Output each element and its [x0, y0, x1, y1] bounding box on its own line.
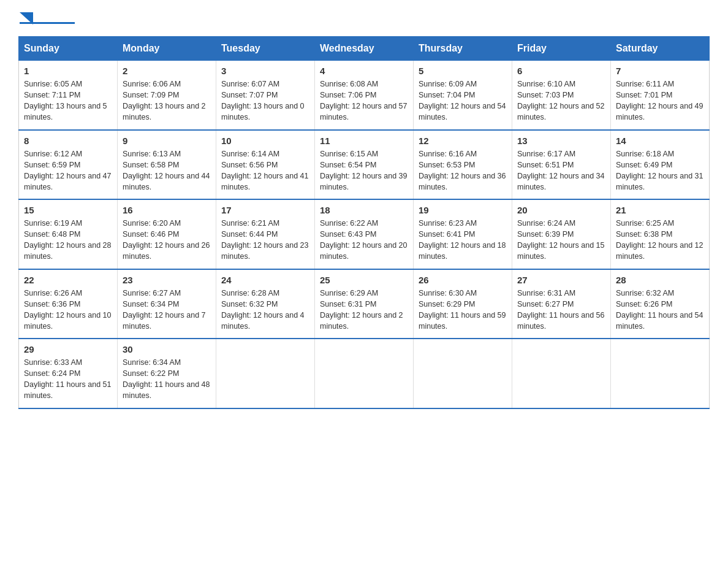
day-number: 1	[24, 66, 112, 76]
weekday-header-thursday: Thursday	[414, 37, 512, 61]
day-info: Sunrise: 6:27 AMSunset: 6:34 PMDaylight:…	[123, 288, 211, 332]
calendar-cell: 11Sunrise: 6:15 AMSunset: 6:54 PMDayligh…	[315, 130, 414, 200]
day-number: 23	[123, 275, 211, 285]
day-number: 9	[123, 136, 211, 146]
day-info: Sunrise: 6:29 AMSunset: 6:31 PMDaylight:…	[320, 288, 408, 332]
calendar-cell: 22Sunrise: 6:26 AMSunset: 6:36 PMDayligh…	[19, 269, 118, 339]
day-number: 2	[123, 66, 211, 76]
day-info: Sunrise: 6:20 AMSunset: 6:46 PMDaylight:…	[123, 218, 211, 262]
day-number: 21	[616, 205, 704, 215]
calendar-week-3: 15Sunrise: 6:19 AMSunset: 6:48 PMDayligh…	[19, 199, 710, 269]
calendar-table: SundayMondayTuesdayWednesdayThursdayFrid…	[18, 36, 710, 409]
calendar-cell: 29Sunrise: 6:33 AMSunset: 6:24 PMDayligh…	[19, 339, 118, 408]
weekday-header-monday: Monday	[118, 37, 216, 61]
calendar-cell: 24Sunrise: 6:28 AMSunset: 6:32 PMDayligh…	[216, 269, 315, 339]
day-info: Sunrise: 6:08 AMSunset: 7:06 PMDaylight:…	[320, 79, 408, 123]
day-info: Sunrise: 6:14 AMSunset: 6:56 PMDaylight:…	[221, 148, 309, 193]
day-number: 4	[320, 66, 408, 76]
day-number: 28	[616, 275, 704, 285]
calendar-cell: 12Sunrise: 6:16 AMSunset: 6:53 PMDayligh…	[414, 130, 512, 200]
day-info: Sunrise: 6:09 AMSunset: 7:04 PMDaylight:…	[419, 79, 507, 123]
calendar-cell: 13Sunrise: 6:17 AMSunset: 6:51 PMDayligh…	[512, 130, 611, 200]
day-number: 3	[221, 66, 309, 76]
day-info: Sunrise: 6:24 AMSunset: 6:39 PMDaylight:…	[517, 218, 605, 262]
day-number: 26	[419, 275, 507, 285]
calendar-cell: 4Sunrise: 6:08 AMSunset: 7:06 PMDaylight…	[315, 61, 414, 130]
day-number: 5	[419, 66, 507, 76]
weekday-header-row: SundayMondayTuesdayWednesdayThursdayFrid…	[19, 37, 710, 61]
day-number: 14	[616, 136, 704, 146]
calendar-week-1: 1Sunrise: 6:05 AMSunset: 7:11 PMDaylight…	[19, 61, 710, 130]
day-info: Sunrise: 6:21 AMSunset: 6:44 PMDaylight:…	[221, 218, 309, 262]
day-info: Sunrise: 6:17 AMSunset: 6:51 PMDaylight:…	[517, 148, 605, 193]
day-info: Sunrise: 6:19 AMSunset: 6:48 PMDaylight:…	[24, 218, 112, 262]
day-info: Sunrise: 6:07 AMSunset: 7:07 PMDaylight:…	[221, 79, 309, 123]
calendar-cell	[216, 339, 315, 408]
weekday-header-wednesday: Wednesday	[315, 37, 414, 61]
day-info: Sunrise: 6:22 AMSunset: 6:43 PMDaylight:…	[320, 218, 408, 262]
day-number: 8	[24, 136, 112, 146]
day-number: 19	[419, 205, 507, 215]
day-number: 17	[221, 205, 309, 215]
day-number: 16	[123, 205, 211, 215]
day-info: Sunrise: 6:26 AMSunset: 6:36 PMDaylight:…	[24, 288, 112, 332]
calendar-cell	[611, 339, 710, 408]
day-number: 24	[221, 275, 309, 285]
calendar-week-2: 8Sunrise: 6:12 AMSunset: 6:59 PMDaylight…	[19, 130, 710, 200]
calendar-cell: 16Sunrise: 6:20 AMSunset: 6:46 PMDayligh…	[118, 199, 216, 269]
day-number: 22	[24, 275, 112, 285]
day-info: Sunrise: 6:33 AMSunset: 6:24 PMDaylight:…	[24, 357, 112, 402]
day-number: 10	[221, 136, 309, 146]
day-info: Sunrise: 6:25 AMSunset: 6:38 PMDaylight:…	[616, 218, 704, 262]
page-header	[18, 12, 710, 24]
calendar-cell: 18Sunrise: 6:22 AMSunset: 6:43 PMDayligh…	[315, 199, 414, 269]
day-number: 7	[616, 66, 704, 76]
day-info: Sunrise: 6:12 AMSunset: 6:59 PMDaylight:…	[24, 148, 112, 193]
calendar-cell: 10Sunrise: 6:14 AMSunset: 6:56 PMDayligh…	[216, 130, 315, 200]
calendar-cell: 6Sunrise: 6:10 AMSunset: 7:03 PMDaylight…	[512, 61, 611, 130]
weekday-header-friday: Friday	[512, 37, 611, 61]
day-info: Sunrise: 6:34 AMSunset: 6:22 PMDaylight:…	[123, 357, 211, 402]
day-number: 30	[123, 344, 211, 354]
calendar-cell: 1Sunrise: 6:05 AMSunset: 7:11 PMDaylight…	[19, 61, 118, 130]
calendar-cell: 2Sunrise: 6:06 AMSunset: 7:09 PMDaylight…	[118, 61, 216, 130]
calendar-cell	[512, 339, 611, 408]
day-number: 15	[24, 205, 112, 215]
day-info: Sunrise: 6:10 AMSunset: 7:03 PMDaylight:…	[517, 79, 605, 123]
weekday-header-sunday: Sunday	[19, 37, 118, 61]
calendar-cell: 27Sunrise: 6:31 AMSunset: 6:27 PMDayligh…	[512, 269, 611, 339]
weekday-header-saturday: Saturday	[611, 37, 710, 61]
calendar-cell: 3Sunrise: 6:07 AMSunset: 7:07 PMDaylight…	[216, 61, 315, 130]
logo	[18, 12, 77, 24]
day-info: Sunrise: 6:32 AMSunset: 6:26 PMDaylight:…	[616, 288, 704, 332]
calendar-cell: 7Sunrise: 6:11 AMSunset: 7:01 PMDaylight…	[611, 61, 710, 130]
day-number: 13	[517, 136, 605, 146]
calendar-cell	[315, 339, 414, 408]
day-info: Sunrise: 6:06 AMSunset: 7:09 PMDaylight:…	[123, 79, 211, 123]
calendar-cell: 25Sunrise: 6:29 AMSunset: 6:31 PMDayligh…	[315, 269, 414, 339]
day-number: 27	[517, 275, 605, 285]
calendar-cell: 23Sunrise: 6:27 AMSunset: 6:34 PMDayligh…	[118, 269, 216, 339]
calendar-cell: 20Sunrise: 6:24 AMSunset: 6:39 PMDayligh…	[512, 199, 611, 269]
calendar-cell: 21Sunrise: 6:25 AMSunset: 6:38 PMDayligh…	[611, 199, 710, 269]
day-number: 25	[320, 275, 408, 285]
day-info: Sunrise: 6:23 AMSunset: 6:41 PMDaylight:…	[419, 218, 507, 262]
calendar-cell: 5Sunrise: 6:09 AMSunset: 7:04 PMDaylight…	[414, 61, 512, 130]
day-info: Sunrise: 6:28 AMSunset: 6:32 PMDaylight:…	[221, 288, 309, 332]
day-number: 12	[419, 136, 507, 146]
day-info: Sunrise: 6:11 AMSunset: 7:01 PMDaylight:…	[616, 79, 704, 123]
day-number: 11	[320, 136, 408, 146]
calendar-cell: 28Sunrise: 6:32 AMSunset: 6:26 PMDayligh…	[611, 269, 710, 339]
calendar-cell: 19Sunrise: 6:23 AMSunset: 6:41 PMDayligh…	[414, 199, 512, 269]
calendar-cell	[414, 339, 512, 408]
day-info: Sunrise: 6:13 AMSunset: 6:58 PMDaylight:…	[123, 148, 211, 193]
calendar-week-5: 29Sunrise: 6:33 AMSunset: 6:24 PMDayligh…	[19, 339, 710, 408]
calendar-cell: 9Sunrise: 6:13 AMSunset: 6:58 PMDaylight…	[118, 130, 216, 200]
calendar-cell: 8Sunrise: 6:12 AMSunset: 6:59 PMDaylight…	[19, 130, 118, 200]
weekday-header-tuesday: Tuesday	[216, 37, 315, 61]
day-number: 6	[517, 66, 605, 76]
calendar-cell: 15Sunrise: 6:19 AMSunset: 6:48 PMDayligh…	[19, 199, 118, 269]
day-number: 29	[24, 344, 112, 354]
day-info: Sunrise: 6:05 AMSunset: 7:11 PMDaylight:…	[24, 79, 112, 123]
day-info: Sunrise: 6:15 AMSunset: 6:54 PMDaylight:…	[320, 148, 408, 193]
